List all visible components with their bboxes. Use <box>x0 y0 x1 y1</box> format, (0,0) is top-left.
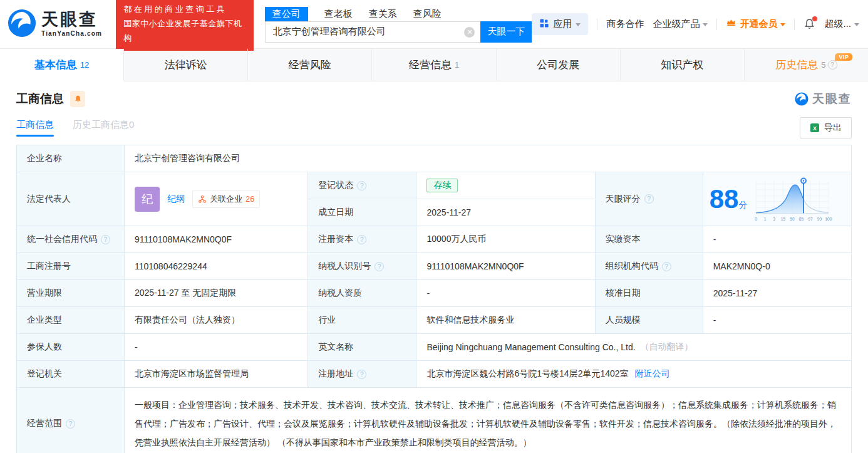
tab-company-development[interactable]: 公司发展 <box>497 49 621 81</box>
nearby-companies-link[interactable]: 附近公司 <box>635 368 670 380</box>
biz-info-subtabs: 工商信息 历史工商信息0 <box>16 119 134 137</box>
watermark-logo: 天眼查 <box>795 91 852 107</box>
score-unit: 分 <box>738 200 747 210</box>
vip-badge: VIP <box>835 53 852 61</box>
tab-basic-info[interactable]: 基本信息 12 <box>0 49 124 81</box>
nav-user-menu[interactable]: 超级... <box>824 18 859 30</box>
field-value-reg-number: 110108046229244 <box>125 253 308 280</box>
subtab-history-business-info[interactable]: 历史工商信息0 <box>73 119 134 137</box>
tab-operation-info[interactable]: 经营信息 1 <box>372 49 496 81</box>
help-icon[interactable]: ? <box>375 262 384 271</box>
top-header: 天眼查 TianYanCha.com 都在用的商业查询工具 国家中小企业发展子基… <box>0 0 868 49</box>
nav-enterprise-products[interactable]: 企业级产品 <box>653 18 708 30</box>
search-tab-company[interactable]: 查公司 <box>265 7 308 21</box>
field-value-reg-status: 存续 <box>416 172 595 199</box>
notification-bell[interactable] <box>803 18 815 30</box>
help-icon[interactable]: ? <box>662 262 671 271</box>
field-label-reg-address: 注册地址? <box>308 361 416 388</box>
excel-icon: X <box>810 123 820 133</box>
tab-label: 经营信息 <box>409 58 452 72</box>
help-icon[interactable]: ? <box>357 181 366 190</box>
tianyancha-logo[interactable]: 天眼查 TianYanCha.com <box>8 9 102 40</box>
auto-translate-note: （自动翻译） <box>641 341 693 353</box>
search-input[interactable] <box>266 22 481 42</box>
score-number: 88 <box>710 184 739 214</box>
nav-divider <box>716 19 717 30</box>
field-value-english-name: Beijing Ningchuang Management Consulting… <box>416 334 852 361</box>
field-value-score: 88分 0 <box>703 172 852 226</box>
field-label-biz-term: 营业期限 <box>17 280 125 307</box>
legal-rep-avatar[interactable]: 纪 <box>135 187 160 212</box>
search-tab-relation[interactable]: 查关系 <box>369 7 397 21</box>
business-info-table: 企业名称 北京宁创管理咨询有限公司 法定代表人 纪 纪纲 关联企业 26 登记状… <box>16 145 852 453</box>
svg-text:1: 1 <box>764 217 767 221</box>
help-icon[interactable]: ? <box>101 235 110 244</box>
search-button[interactable]: 天眼一下 <box>480 21 532 43</box>
tab-count: 1 <box>455 60 459 70</box>
header-nav: 应用 商务合作 企业级产品 开通会员 超级... <box>532 13 859 35</box>
field-label-insured-count: 参保人数 <box>17 334 125 361</box>
logo-text: 天眼查 TianYanCha.com <box>41 11 102 37</box>
field-value-reg-authority: 北京市海淀区市场监督管理局 <box>125 361 308 388</box>
promo-line1: 都在用的商业查询工具 <box>123 3 246 17</box>
field-label-company-name: 企业名称 <box>17 145 125 172</box>
field-label-tax-id: 纳税人识别号? <box>308 253 416 280</box>
company-tabs: 基本信息 12 法律诉讼 经营风险 经营信息 1 公司发展 知识产权 VIP 历… <box>0 49 868 81</box>
apps-label: 应用 <box>553 18 572 30</box>
apps-menu[interactable]: 应用 <box>532 13 588 35</box>
subtab-business-info[interactable]: 工商信息 <box>16 119 54 137</box>
chevron-down-icon <box>703 23 708 26</box>
promo-banner: 都在用的商业查询工具 国家中小企业发展子基金旗下机构 <box>116 0 254 51</box>
field-value-tax-qualification: - <box>416 280 595 307</box>
field-value-reg-capital: 10000万人民币 <box>416 226 595 253</box>
help-icon[interactable]: ? <box>66 419 75 429</box>
tab-intellectual-property[interactable]: 知识产权 <box>621 49 745 81</box>
legal-rep-link[interactable]: 纪纲 <box>167 194 185 205</box>
field-value-credit-code: 91110108MAK2MN0Q0F <box>125 226 308 253</box>
nav-open-vip[interactable]: 开通会员 <box>726 18 785 31</box>
field-value-company-type: 有限责任公司（法人独资） <box>125 307 308 334</box>
help-icon[interactable]: ? <box>357 370 366 379</box>
crown-icon <box>726 18 736 31</box>
tab-history-info[interactable]: VIP 历史信息 5 ? <box>745 49 868 81</box>
field-label-reg-capital: 注册资本? <box>308 226 416 253</box>
tab-count: 5 <box>821 60 825 70</box>
field-label-company-type: 企业类型 <box>17 307 125 334</box>
field-label-english-name: 英文名称 <box>308 334 416 361</box>
subscribe-bell-icon[interactable] <box>70 91 85 107</box>
related-companies-badge[interactable]: 关联企业 26 <box>192 190 260 208</box>
help-icon[interactable]: ? <box>357 235 366 244</box>
svg-text:99: 99 <box>817 217 822 221</box>
section-title: 工商信息 <box>16 91 64 107</box>
field-label-reg-authority: 登记机关 <box>17 361 125 388</box>
tab-count: 12 <box>80 60 89 70</box>
nav-divider <box>794 19 795 30</box>
tab-label: 历史信息 <box>775 58 818 72</box>
field-value-company-name: 北京宁创管理咨询有限公司 <box>125 145 852 172</box>
search-tab-boss[interactable]: 查老板 <box>324 7 353 21</box>
logo-cn: 天眼查 <box>41 11 102 28</box>
help-icon[interactable]: ? <box>828 60 837 70</box>
related-companies-count: 26 <box>245 194 254 204</box>
org-chart-icon <box>198 195 207 204</box>
apps-grid-icon <box>539 18 549 30</box>
field-label-reg-status: 登记状态? <box>308 172 416 199</box>
search-tab-risk[interactable]: 查风险 <box>413 7 442 21</box>
help-icon[interactable]: ? <box>644 194 654 204</box>
field-label-credit-code: 统一社会信用代码? <box>17 226 125 253</box>
tab-label: 公司发展 <box>537 58 579 72</box>
svg-text:15: 15 <box>781 217 786 221</box>
svg-text:0: 0 <box>755 217 758 221</box>
field-label-business-scope: 经营范围? <box>17 388 125 453</box>
svg-text:97: 97 <box>809 217 814 221</box>
field-label-industry: 行业 <box>308 307 416 334</box>
tab-operation-risk[interactable]: 经营风险 <box>248 49 372 81</box>
field-label-reg-number: 工商注册号 <box>17 253 125 280</box>
export-button[interactable]: X 导出 <box>800 117 852 138</box>
clear-search-icon[interactable]: ✕ <box>464 27 475 38</box>
chevron-down-icon <box>576 23 581 26</box>
field-label-est-date: 成立日期 <box>308 199 416 226</box>
nav-business-cooperation[interactable]: 商务合作 <box>606 18 644 30</box>
svg-text:85: 85 <box>799 217 804 221</box>
tab-legal-litigation[interactable]: 法律诉讼 <box>124 49 248 81</box>
